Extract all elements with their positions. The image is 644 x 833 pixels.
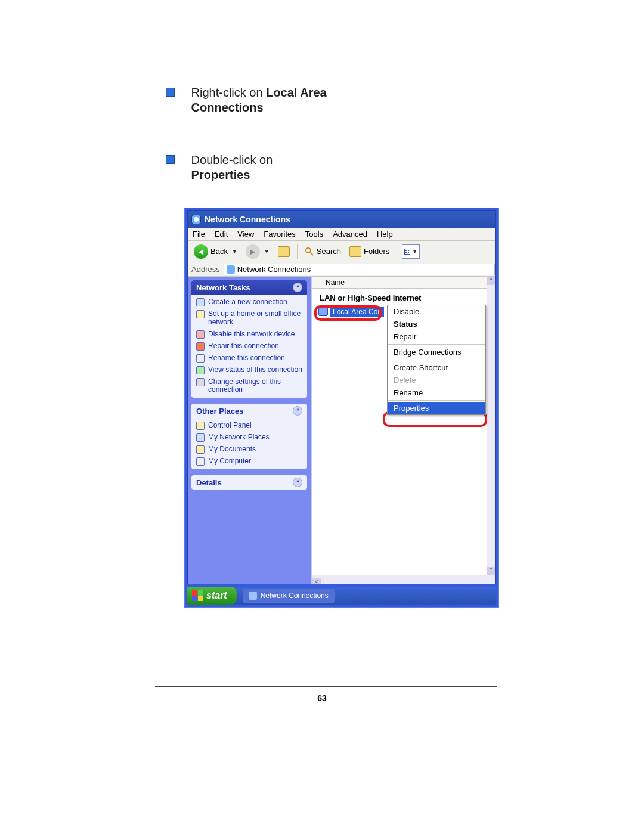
back-icon: ◄: [194, 244, 208, 259]
start-label: start: [206, 590, 227, 601]
menu-tools[interactable]: Tools: [305, 230, 323, 239]
menu-edit[interactable]: Edit: [215, 230, 228, 239]
sidebar: Network Tasks ˄ Create a new connection …: [188, 277, 312, 584]
place-control-panel[interactable]: Control Panel: [196, 422, 302, 430]
ctx-rename[interactable]: Rename: [388, 386, 485, 399]
search-button[interactable]: Search: [302, 246, 343, 258]
place-my-network-places[interactable]: My Network Places: [196, 433, 302, 442]
instruction-2: Double-click on Properties: [166, 153, 374, 182]
scroll-left-icon[interactable]: <: [312, 578, 321, 584]
folders-label: Folders: [364, 247, 389, 256]
ctx-disable[interactable]: Disable: [388, 305, 485, 318]
task-label: Create a new connection: [208, 298, 287, 306]
section-lan: LAN or High-Speed Internet: [312, 289, 495, 306]
start-button[interactable]: start: [187, 587, 237, 605]
address-label: Address: [188, 265, 224, 274]
collapse-icon[interactable]: ˄: [293, 283, 302, 292]
task-change-settings[interactable]: Change settings of this connection: [196, 378, 302, 395]
up-button[interactable]: [275, 245, 292, 258]
ctx-separator: [388, 400, 485, 401]
highlight-ring-local-area: [314, 305, 382, 321]
panel-details: Details ˄: [191, 475, 307, 490]
page-number: 63: [0, 693, 644, 703]
forward-dropdown-icon[interactable]: ▼: [264, 249, 270, 255]
panel-header-label: Other Places: [196, 407, 244, 416]
menu-help[interactable]: Help: [377, 230, 393, 239]
collapse-icon[interactable]: ˄: [293, 406, 302, 416]
ctx-bridge[interactable]: Bridge Connections: [388, 346, 485, 358]
svg-line-2: [310, 252, 313, 255]
panel-other-places: Other Places ˄ Control Panel My Network …: [191, 404, 307, 469]
panel-network-tasks-header[interactable]: Network Tasks ˄: [191, 280, 307, 295]
folders-icon: [349, 246, 361, 257]
panel-header-label: Details: [196, 478, 222, 487]
task-rename-connection[interactable]: Rename this connection: [196, 354, 302, 363]
column-header-name[interactable]: Name: [312, 277, 495, 289]
scroll-down-icon[interactable]: ˅: [487, 567, 495, 575]
vertical-scrollbar[interactable]: ˄ ˅: [487, 277, 495, 575]
ctx-properties[interactable]: Properties: [388, 402, 485, 414]
place-my-computer[interactable]: My Computer: [196, 457, 302, 466]
horizontal-scrollbar[interactable]: <: [312, 575, 495, 584]
place-my-documents[interactable]: My Documents: [196, 445, 302, 454]
task-repair-connection[interactable]: Repair this connection: [196, 342, 302, 351]
task-icon: [196, 354, 205, 363]
address-input[interactable]: Network Connections: [224, 264, 495, 275]
forward-button[interactable]: ► ▼: [243, 243, 272, 260]
views-button[interactable]: ▼: [402, 244, 420, 259]
taskbar-tab-label: Network Connections: [261, 592, 329, 600]
menubar: File Edit View Favorites Tools Advanced …: [188, 228, 495, 241]
task-label: Disable this network device: [208, 330, 295, 339]
task-label: Repair this connection: [208, 342, 279, 351]
titlebar[interactable]: Network Connections: [188, 211, 495, 228]
separator: [397, 244, 397, 259]
address-bar: Address Network Connections: [188, 262, 495, 277]
panel-details-header[interactable]: Details ˄: [191, 475, 307, 490]
search-label: Search: [317, 247, 341, 256]
menu-file[interactable]: File: [193, 230, 205, 239]
content-pane: ˄ ˅ < Name LAN or High-Speed Internet Lo…: [312, 277, 495, 584]
ctx-repair[interactable]: Repair: [388, 330, 485, 343]
ctx-separator: [388, 360, 485, 360]
task-setup-network[interactable]: Set up a home or small office network: [196, 310, 302, 327]
menu-favorites[interactable]: Favorites: [264, 230, 295, 239]
task-icon: [196, 330, 205, 339]
taskbar: start Network Connections: [187, 587, 496, 605]
task-view-status[interactable]: View status of this connection: [196, 366, 302, 374]
task-icon: [196, 342, 205, 351]
expand-icon[interactable]: ˄: [293, 478, 302, 487]
svg-point-0: [194, 217, 199, 222]
task-disable-device[interactable]: Disable this network device: [196, 330, 302, 339]
instruction-1-pre: Right-click on: [191, 86, 267, 99]
menu-advanced[interactable]: Advanced: [333, 230, 367, 239]
panel-other-places-header[interactable]: Other Places ˄: [191, 404, 307, 418]
taskbar-tab-network-connections[interactable]: Network Connections: [243, 589, 335, 603]
ctx-shortcut[interactable]: Create Shortcut: [388, 361, 485, 374]
svg-point-1: [306, 248, 311, 253]
context-menu: Disable Status Repair Bridge Connections…: [387, 305, 486, 415]
place-label: My Documents: [208, 445, 256, 454]
folders-button[interactable]: Folders: [347, 245, 392, 258]
views-dropdown-icon[interactable]: ▼: [412, 249, 417, 255]
task-icon: [196, 366, 205, 374]
ctx-status[interactable]: Status: [388, 318, 485, 330]
back-dropdown-icon[interactable]: ▼: [232, 249, 237, 255]
place-icon: [196, 445, 205, 454]
menu-view[interactable]: View: [237, 230, 254, 239]
search-icon: [305, 247, 314, 256]
forward-icon: ►: [246, 244, 260, 259]
ctx-delete: Delete: [388, 374, 485, 386]
place-icon: [196, 422, 205, 430]
place-label: My Computer: [208, 457, 251, 466]
task-label: Rename this connection: [208, 354, 285, 363]
task-create-connection[interactable]: Create a new connection: [196, 298, 302, 306]
back-button[interactable]: ◄ Back ▼: [191, 243, 240, 260]
footer-rule: [155, 686, 497, 687]
panel-header-label: Network Tasks: [196, 283, 250, 292]
scroll-up-icon[interactable]: ˄: [487, 277, 495, 285]
panel-network-tasks: Network Tasks ˄ Create a new connection …: [191, 280, 307, 398]
views-icon: [404, 249, 410, 255]
bullet-icon: [166, 88, 175, 97]
address-value: Network Connections: [237, 265, 311, 274]
screenshot-window: Network Connections File Edit View Favor…: [184, 208, 499, 608]
